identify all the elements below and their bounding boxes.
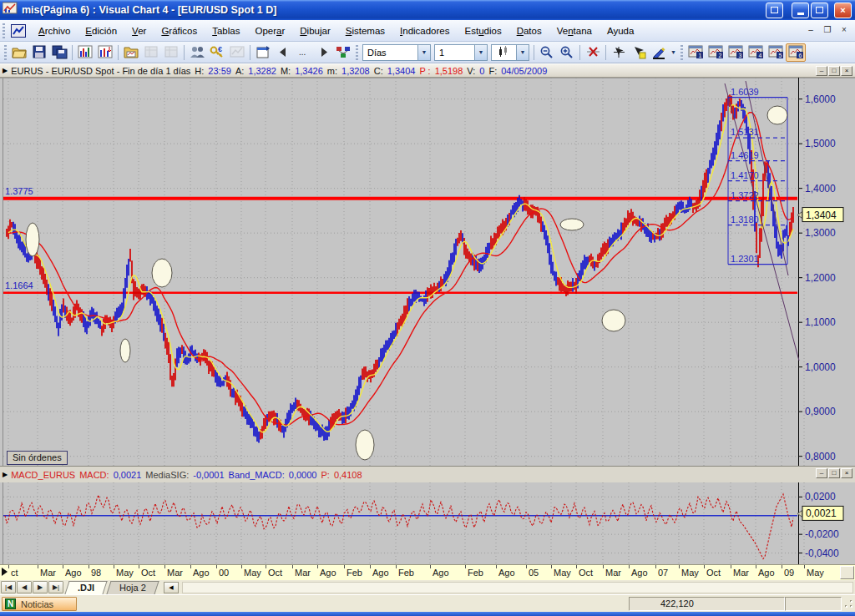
draw-tool-button[interactable] <box>649 43 669 62</box>
chart-restore-button[interactable]: □ <box>828 66 840 76</box>
macd-close-button[interactable]: × <box>841 468 852 478</box>
menu-ver[interactable]: Ver <box>124 23 154 38</box>
header-field: F: <box>488 66 497 76</box>
menu-sistemas[interactable]: Sistemas <box>338 23 392 38</box>
menu-edicion[interactable]: Edición <box>78 23 124 38</box>
menu-ayuda[interactable]: Ayuda <box>600 23 641 38</box>
zoom-in-button[interactable] <box>557 43 577 62</box>
toolbox-window-button[interactable] <box>766 3 783 18</box>
first-sheet-button[interactable]: |◀ <box>1 581 16 593</box>
accounts-button[interactable] <box>187 43 207 62</box>
prev-page-button[interactable] <box>273 43 293 62</box>
page-list-button[interactable]: ... <box>293 43 313 62</box>
menu-ventana[interactable]: Ventana <box>549 23 600 38</box>
chart-minimize-button[interactable]: – <box>816 66 827 76</box>
macd-restore-button[interactable]: □ <box>828 468 840 478</box>
menu-estudios[interactable]: Estudios <box>458 23 509 38</box>
restore-button[interactable] <box>811 3 828 18</box>
menu-indicadores[interactable]: Indicadores <box>392 23 457 38</box>
macd-info: MACD_EURUSMACD:0,0021MediaSIG:-0,0001Ban… <box>11 470 366 480</box>
svg-text:1,3404: 1,3404 <box>806 210 837 221</box>
template-3-button[interactable]: 3 <box>726 43 746 62</box>
axis-label: Ago <box>631 568 648 578</box>
mdi-close-button[interactable]: × <box>838 24 850 36</box>
period-select-arrow-icon[interactable]: ▼ <box>417 45 430 60</box>
axis-label: May <box>807 568 824 578</box>
open-workspace-button[interactable] <box>121 43 141 62</box>
axis-label: May <box>554 568 571 578</box>
save-button[interactable] <box>29 43 49 62</box>
template-6-button[interactable]: 6 <box>786 43 806 62</box>
header-field: H: <box>195 66 204 76</box>
bar-style-select[interactable]: ▼ <box>491 44 529 61</box>
period-select[interactable]: Días▼ <box>362 44 431 61</box>
svg-text:0,0021: 0,0021 <box>806 507 837 519</box>
compression-select-arrow-icon[interactable]: ▼ <box>474 45 487 60</box>
collapse-arrow-icon[interactable]: ▶ <box>3 67 8 74</box>
save-all-button[interactable] <box>49 43 69 62</box>
svg-text:1,6000: 1,6000 <box>805 93 836 105</box>
menu-tablas[interactable]: Tablas <box>205 23 247 38</box>
menu-graficos[interactable]: Gráficos <box>154 23 205 38</box>
template-1-button[interactable]: 1 <box>686 43 706 62</box>
svg-text:-0,0400: -0,0400 <box>805 548 839 559</box>
toolbar-grip[interactable] <box>356 45 358 60</box>
sheet-tab-hoja2[interactable]: Hoja 2 <box>107 581 159 594</box>
axis-label: Oct <box>579 568 593 578</box>
chart-window-icon[interactable] <box>9 23 28 39</box>
menu-dibujar[interactable]: Dibujar <box>292 23 337 38</box>
macd-indicator-chart[interactable]: 0,0200-0,0200-0,04000,0021 <box>0 482 855 564</box>
last-sheet-button[interactable]: ▶| <box>48 581 63 593</box>
axis-tick <box>804 565 805 568</box>
template-2-button[interactable]: 2 <box>706 43 726 62</box>
chart-info: EURUS - EUR/USD Spot - Fin de día 1 días… <box>11 66 551 76</box>
chart-close-button[interactable]: × <box>841 66 852 76</box>
axis-label: Ago <box>193 568 210 578</box>
properties-button[interactable] <box>253 43 273 62</box>
header-field: 1,3404 <box>387 66 416 76</box>
header-field: V: <box>467 66 475 76</box>
toolbar-grip[interactable] <box>4 45 7 60</box>
menu-datos[interactable]: Datos <box>509 23 549 38</box>
bar-style-select-arrow-icon[interactable]: ▼ <box>516 45 529 60</box>
minimize-button[interactable] <box>792 3 809 18</box>
close-button[interactable]: × <box>834 3 852 18</box>
link-windows-button[interactable] <box>333 43 353 62</box>
pointer-info-button[interactable] <box>629 43 649 62</box>
axis-label: Ago <box>758 568 775 578</box>
insert-chart-button[interactable] <box>95 43 115 62</box>
mdi-restore-button[interactable]: ❐ <box>822 24 833 36</box>
delete-drawings-button[interactable] <box>583 43 603 62</box>
collapse-arrow-icon[interactable]: ▶ <box>3 471 8 478</box>
next-page-button[interactable] <box>313 43 333 62</box>
resize-grip[interactable] <box>844 600 854 610</box>
news-button[interactable]: N Noticias <box>2 597 77 611</box>
main-price-chart[interactable]: 1,60001,50001,40001,30001,20001,10001,00… <box>0 78 855 466</box>
menu-operar[interactable]: Operar <box>247 23 292 38</box>
next-sheet-button[interactable]: ▶ <box>33 581 48 593</box>
macd-minimize-button[interactable]: – <box>816 468 827 478</box>
menu-grip[interactable] <box>3 23 5 38</box>
time-axis[interactable]: ctMarAgo98MayOctMarAgo00MayOctMarAgoFebA… <box>0 564 855 580</box>
compression-select[interactable]: 1▼ <box>434 44 488 61</box>
sheet-tab-dji[interactable]: .DJI <box>64 581 107 594</box>
horizontal-scrollbar[interactable] <box>182 582 853 593</box>
tab-scroll-left-button[interactable]: ◀ <box>164 582 179 593</box>
axis-label: 07 <box>658 568 668 578</box>
crosshair-button[interactable] <box>609 43 629 62</box>
template-4-button[interactable]: 4 <box>746 43 766 62</box>
menu-archivo[interactable]: Archivo <box>31 23 78 38</box>
draw-tool-dropdown[interactable]: ▼ <box>669 44 678 61</box>
visual-chart-window: mis(Página 6) : Visual Chart 4 - [EUR/US… <box>0 0 855 616</box>
mdi-minimize-button[interactable]: – <box>805 24 817 36</box>
toolbar-grip[interactable] <box>680 45 683 60</box>
new-chart-button[interactable] <box>75 43 95 62</box>
axis-label: May <box>244 568 261 578</box>
axis-label: Oct <box>706 568 721 578</box>
prev-sheet-button[interactable]: ◀ <box>17 581 32 593</box>
template-5-button[interactable]: 5 <box>766 43 786 62</box>
trading-access-button[interactable]: € <box>207 43 227 62</box>
axis-tick <box>551 565 552 568</box>
zoom-out-button[interactable] <box>537 43 557 62</box>
open-button[interactable] <box>9 43 29 62</box>
